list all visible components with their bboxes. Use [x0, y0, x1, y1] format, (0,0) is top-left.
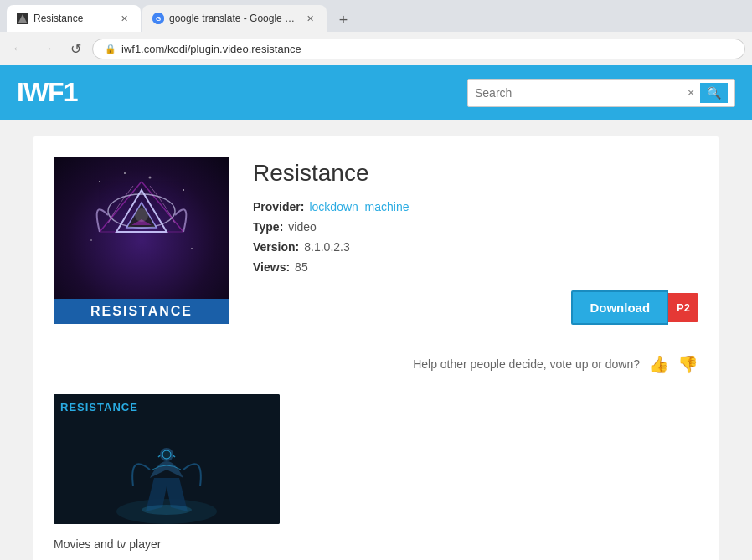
tab-resistance-close[interactable]: ✕	[117, 12, 131, 25]
type-value: video	[288, 220, 316, 234]
tab-google-close[interactable]: ✕	[303, 12, 317, 25]
vote-text: Help other people decide, vote up or dow…	[413, 357, 640, 371]
svg-point-7	[90, 239, 92, 241]
thumbdown-button[interactable]: 👎	[677, 354, 698, 374]
resistance-graphic	[83, 165, 200, 282]
address-text: iwf1.com/kodi/plugin.video.resistance	[121, 43, 301, 55]
add-tab-button[interactable]: +	[332, 8, 355, 32]
version-value: 8.1.0.2.3	[304, 240, 350, 254]
svg-point-5	[149, 177, 152, 179]
svg-point-17	[135, 208, 148, 222]
search-input[interactable]	[475, 86, 682, 100]
forward-button[interactable]: →	[35, 37, 59, 60]
plugin-title: Resistance	[253, 160, 698, 187]
svg-point-21	[162, 450, 171, 459]
back-button[interactable]: ←	[7, 37, 30, 60]
tab-google[interactable]: G google translate - Google Search ✕	[142, 5, 327, 32]
svg-point-22	[142, 505, 192, 515]
search-submit-button[interactable]: 🔍	[700, 83, 728, 103]
download-area: Download P2	[253, 290, 698, 325]
screenshot-label: RESISTANCE	[60, 401, 138, 414]
screenshot-image: RESISTANCE	[54, 394, 280, 524]
type-label: Type:	[253, 220, 283, 234]
svg-point-8	[191, 248, 193, 249]
thumbup-button[interactable]: 👍	[648, 354, 669, 374]
site-header: IWF1 ✕ 🔍	[0, 65, 752, 120]
provider-row: Provider: lockdown_machine	[253, 200, 698, 213]
svg-point-6	[183, 189, 184, 191]
search-bar: ✕ 🔍	[467, 79, 735, 107]
tab-bar: Resistance ✕ G google translate - Google…	[0, 0, 752, 32]
version-row: Version: 8.1.0.2.3	[253, 240, 698, 254]
plugin-info: Resistance Provider: lockdown_machine Ty…	[253, 157, 698, 325]
content-card: RESISTANCE Resistance Provider: lockdown…	[33, 136, 719, 560]
address-bar-row: ← → ↺ 🔒 iwf1.com/kodi/plugin.video.resis…	[0, 32, 752, 65]
plugin-image-inner: RESISTANCE	[54, 157, 229, 324]
lock-icon: 🔒	[105, 44, 116, 54]
description-text: Movies and tv player	[54, 537, 698, 551]
site-logo[interactable]: IWF1	[17, 77, 77, 108]
provider-label: Provider:	[253, 200, 304, 213]
type-row: Type: video	[253, 220, 698, 234]
tab-resistance-label: Resistance	[33, 13, 112, 24]
plugin-header: RESISTANCE Resistance Provider: lockdown…	[54, 157, 698, 325]
address-field[interactable]: 🔒 iwf1.com/kodi/plugin.video.resistance	[92, 39, 745, 59]
resistance-favicon	[17, 13, 28, 24]
vote-section: Help other people decide, vote up or dow…	[54, 342, 698, 381]
screenshot-img-inner	[54, 394, 280, 524]
svg-point-4	[99, 181, 100, 182]
provider-value: lockdown_machine	[309, 200, 409, 213]
plugin-image-label: RESISTANCE	[54, 299, 229, 324]
p2-badge[interactable]: P2	[668, 293, 698, 322]
screenshot-section: RESISTANCE Movies and tv player	[54, 394, 698, 551]
search-clear-icon[interactable]: ✕	[687, 87, 695, 99]
download-button[interactable]: Download	[571, 290, 668, 325]
svg-point-9	[124, 172, 126, 174]
browser-chrome: Resistance ✕ G google translate - Google…	[0, 0, 752, 65]
reload-button[interactable]: ↺	[64, 37, 87, 60]
google-favicon: G	[152, 13, 164, 24]
tab-google-label: google translate - Google Search	[169, 13, 298, 24]
page-content: RESISTANCE Resistance Provider: lockdown…	[0, 136, 752, 560]
views-row: Views: 85	[253, 260, 698, 274]
tab-resistance[interactable]: Resistance ✕	[7, 5, 141, 32]
version-label: Version:	[253, 240, 299, 254]
logo-text: IWF1	[17, 77, 77, 107]
svg-text:G: G	[156, 15, 161, 23]
views-label: Views:	[253, 260, 290, 274]
plugin-image: RESISTANCE	[54, 157, 229, 324]
views-value: 85	[295, 260, 308, 274]
